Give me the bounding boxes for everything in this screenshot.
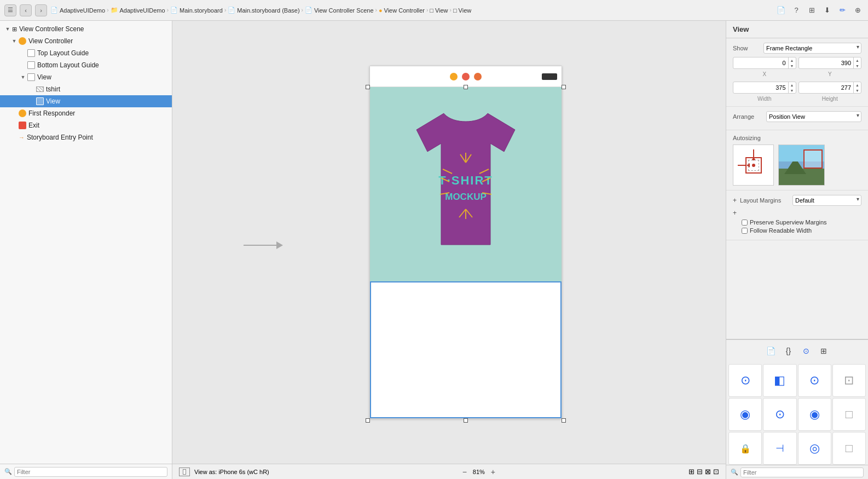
x-stepper[interactable]: ▲ ▼ bbox=[788, 57, 796, 68]
object-filter-input[interactable] bbox=[740, 468, 864, 477]
y-input[interactable] bbox=[798, 57, 862, 69]
x-input[interactable] bbox=[733, 57, 796, 69]
breadcrumb-item-3[interactable]: 📄 Main.storyboard bbox=[170, 7, 223, 14]
obj-icon-7: ◉ bbox=[809, 407, 820, 422]
handle-bm[interactable] bbox=[464, 418, 468, 423]
controller-icon: ● bbox=[379, 7, 383, 14]
sidebar-item-top-layout-guide[interactable]: Top Layout Guide bbox=[0, 47, 172, 59]
follow-readable-label: Follow Readable Width bbox=[750, 227, 812, 234]
arrange-select-wrapper[interactable]: Position View bbox=[766, 111, 861, 122]
handle-tr[interactable] bbox=[562, 85, 566, 89]
h-down[interactable]: ▼ bbox=[853, 88, 861, 93]
fr-toggle bbox=[11, 110, 18, 117]
breadcrumb-item-5[interactable]: 📄 View Controller Scene bbox=[305, 7, 374, 14]
canvas-bottom-bar: View as: iPhone 6s (wC hR) − 81% + ⊞ ⊟ ⊠… bbox=[172, 464, 726, 479]
width-input[interactable] bbox=[733, 82, 796, 94]
sidebar-item-view-controller[interactable]: ▼ View Controller bbox=[0, 35, 172, 47]
layout-margins-row: + Layout Margins Default bbox=[733, 195, 861, 206]
y-stepper[interactable]: ▲ ▼ bbox=[853, 57, 861, 68]
object-cell-1[interactable]: ⊙ bbox=[728, 364, 762, 397]
canvas-scroll[interactable]: T·SHIRT MOCKUP bbox=[172, 21, 726, 464]
sidebar-item-view-parent[interactable]: ▼ View bbox=[0, 71, 172, 83]
download-btn[interactable]: ⬇ bbox=[821, 4, 833, 16]
as-center-dot bbox=[752, 164, 755, 167]
layout-margins-select-wrapper[interactable]: Default bbox=[792, 195, 861, 206]
canvas-toggle-btn[interactable] bbox=[179, 468, 190, 476]
object-cell-4[interactable]: ⊡ bbox=[832, 364, 866, 397]
sidebar-item-view-selected[interactable]: View bbox=[0, 95, 172, 107]
zoom-in-btn[interactable]: + bbox=[488, 467, 498, 477]
y-down[interactable]: ▼ bbox=[853, 63, 861, 68]
sidebar-item-view-controller-scene[interactable]: ▼ ⊞ View Controller Scene bbox=[0, 23, 172, 35]
back-btn[interactable]: ‹ bbox=[20, 4, 32, 16]
new-file-btn[interactable]: 📄 bbox=[775, 4, 787, 16]
breadcrumb-item-4[interactable]: 📄 Main.storyboard (Base) bbox=[228, 7, 299, 14]
layout-margins-plus-1[interactable]: + bbox=[733, 197, 737, 204]
blg-toggle bbox=[20, 62, 26, 68]
breadcrumb-item-7[interactable]: □ View bbox=[430, 7, 448, 14]
sidebar-item-exit[interactable]: Exit bbox=[0, 119, 172, 131]
w-up[interactable]: ▲ bbox=[788, 82, 796, 88]
view-parent-box-icon bbox=[27, 73, 35, 81]
layout-btn-1[interactable]: ⊞ bbox=[688, 468, 695, 476]
object-cell-7[interactable]: ◉ bbox=[798, 398, 831, 431]
x-up[interactable]: ▲ bbox=[788, 57, 796, 63]
show-select-wrapper[interactable]: Frame Rectangle bbox=[763, 43, 861, 54]
follow-readable-checkbox[interactable] bbox=[742, 228, 748, 234]
object-cell-6[interactable]: ⊙ bbox=[763, 398, 796, 431]
object-cell-8[interactable]: □ bbox=[832, 398, 866, 431]
panel-tab-file[interactable]: 📄 bbox=[763, 343, 779, 359]
forward-btn[interactable]: › bbox=[35, 4, 47, 16]
sidebar-filter-input[interactable] bbox=[14, 467, 167, 477]
handle-bl[interactable] bbox=[366, 418, 370, 423]
preserve-superview-checkbox[interactable] bbox=[742, 220, 748, 226]
h-stepper[interactable]: ▲ ▼ bbox=[853, 82, 861, 93]
preserve-superview-label: Preserve Superview Margins bbox=[750, 219, 827, 226]
editor-btn[interactable]: ⊞ bbox=[806, 4, 818, 16]
autosizing-box[interactable] bbox=[733, 145, 774, 186]
panel-tab-identity[interactable]: ⊙ bbox=[798, 343, 814, 359]
zoom-out-btn[interactable]: − bbox=[460, 467, 470, 477]
sidebar-item-first-responder[interactable]: First Responder bbox=[0, 107, 172, 119]
layout-btn-4[interactable]: ⊡ bbox=[713, 468, 719, 476]
breadcrumb-item-1[interactable]: 📄 AdaptiveUIDemo bbox=[50, 7, 105, 14]
sidebar-item-tshirt[interactable]: tshirt bbox=[0, 83, 172, 95]
arrow-head bbox=[276, 241, 283, 249]
layout-margins-plus-2[interactable]: + bbox=[733, 209, 861, 217]
object-cell-9[interactable]: 🔒 bbox=[728, 432, 762, 465]
handle-br[interactable] bbox=[562, 418, 566, 423]
w-down[interactable]: ▼ bbox=[788, 88, 796, 93]
sidebar-item-bottom-layout-guide[interactable]: Bottom Layout Guide bbox=[0, 59, 172, 71]
object-cell-10[interactable]: ⊣ bbox=[763, 432, 796, 465]
h-up[interactable]: ▲ bbox=[853, 82, 861, 88]
object-cell-5[interactable]: ◉ bbox=[728, 398, 762, 431]
w-stepper[interactable]: ▲ ▼ bbox=[788, 82, 796, 93]
object-cell-2[interactable]: ◧ bbox=[763, 364, 796, 397]
help-btn[interactable]: ? bbox=[790, 4, 802, 16]
sidebar-toggle-btn[interactable]: ☰ bbox=[4, 4, 16, 16]
breadcrumb-item-6[interactable]: ● View Controller bbox=[379, 7, 425, 14]
breakpoint-btn[interactable]: ✏ bbox=[836, 4, 848, 16]
run-btn[interactable]: ⊕ bbox=[852, 4, 864, 16]
autosizing-preview bbox=[778, 145, 825, 186]
xy-labels: X Y bbox=[733, 71, 861, 77]
arrange-select[interactable]: Position View bbox=[766, 111, 861, 122]
height-input[interactable] bbox=[798, 82, 862, 94]
iphone-frame[interactable]: T·SHIRT MOCKUP bbox=[369, 66, 562, 419]
handle-tl[interactable] bbox=[366, 85, 370, 89]
panel-tab-size[interactable]: ⊞ bbox=[816, 343, 831, 359]
panel-tab-code[interactable]: {} bbox=[781, 343, 796, 359]
x-down[interactable]: ▼ bbox=[788, 63, 796, 68]
layout-margins-select[interactable]: Default bbox=[792, 195, 861, 206]
object-cell-3[interactable]: ⊙ bbox=[798, 364, 831, 397]
object-cell-11[interactable]: ◎ bbox=[798, 432, 831, 465]
layout-btn-3[interactable]: ⊠ bbox=[705, 468, 711, 476]
layout-btn-2[interactable]: ⊟ bbox=[697, 468, 703, 476]
breadcrumb-item-8[interactable]: □ View bbox=[453, 7, 471, 14]
y-up[interactable]: ▲ bbox=[853, 57, 861, 63]
show-select[interactable]: Frame Rectangle bbox=[763, 43, 861, 54]
sidebar-item-storyboard-entry[interactable]: → Storyboard Entry Point bbox=[0, 131, 172, 143]
breadcrumb-item-2[interactable]: 📁 AdaptiveUIDemo bbox=[111, 7, 165, 14]
object-grid: ⊙ ◧ ⊙ ⊡ ◉ ⊙ ◉ □ bbox=[726, 362, 868, 465]
object-cell-12[interactable]: □ bbox=[832, 432, 866, 465]
